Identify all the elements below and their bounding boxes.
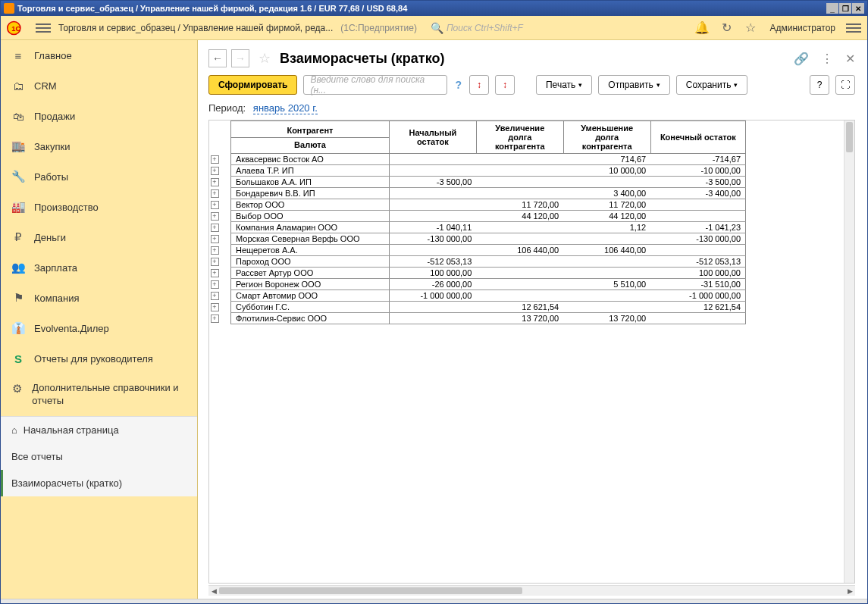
history-icon[interactable]: ↻ bbox=[718, 20, 735, 36]
sidebar-item-company[interactable]: ⚑Компания bbox=[1, 283, 197, 313]
sidebar-item-label: Деньги bbox=[34, 232, 66, 243]
table-row[interactable]: Бондаревич В.В. ИП 3 400,00 -3 400,00 bbox=[231, 188, 746, 199]
cell-inc bbox=[476, 165, 563, 177]
link-icon[interactable]: 🔗 bbox=[794, 52, 809, 66]
expand-row-button[interactable]: + bbox=[211, 269, 219, 277]
window-titlebar: Торговля и сервис_образец / Управление н… bbox=[1, 1, 867, 16]
save-button[interactable]: Сохранить bbox=[676, 75, 748, 95]
cell-end: -714,67 bbox=[650, 154, 745, 165]
sidebar-item-label: Evolventa.Дилер bbox=[34, 323, 109, 334]
horizontal-scrollbar[interactable]: ◀ ▶ bbox=[208, 585, 855, 596]
more-icon[interactable]: ⋮ bbox=[821, 52, 833, 66]
settings-menu-button[interactable] bbox=[846, 20, 861, 36]
forward-button[interactable]: → bbox=[231, 49, 249, 67]
col-increase: Увеличение долга контрагента bbox=[476, 121, 563, 154]
sidebar-item-salary[interactable]: 👥Зарплата bbox=[1, 252, 197, 283]
table-row[interactable]: Нещеретов А.А. 106 440,00 106 440,00 bbox=[231, 245, 746, 256]
expand-row-button[interactable]: + bbox=[211, 303, 219, 311]
bell-icon[interactable]: 🔔 bbox=[694, 20, 710, 36]
window-minimize-button[interactable]: _ bbox=[826, 3, 838, 14]
close-icon[interactable]: ✕ bbox=[845, 52, 855, 66]
sidebar-secondary-settlements[interactable]: Взаиморасчеты (кратко) bbox=[1, 470, 197, 496]
window-title: Торговля и сервис_образец / Управление н… bbox=[17, 4, 826, 13]
expand-row-button[interactable]: + bbox=[211, 178, 219, 186]
back-button[interactable]: ← bbox=[208, 49, 227, 67]
report-search-input[interactable]: Введите слово для поиска (н... bbox=[303, 75, 447, 95]
table-row[interactable]: Алаева Т.Р. ИП 10 000,00 -10 000,00 bbox=[231, 165, 746, 177]
expand-row-button[interactable]: + bbox=[211, 155, 219, 164]
cell-dec bbox=[563, 177, 650, 188]
table-row[interactable]: Рассвет Артур ООО 100 000,00 100 000,00 bbox=[231, 268, 746, 279]
expand-row-button[interactable]: + bbox=[211, 212, 219, 221]
platform-label: (1С:Предприятие) bbox=[340, 23, 417, 33]
table-row[interactable]: Пароход ООО -512 053,13 -512 053,13 bbox=[231, 256, 746, 268]
sidebar-item-main[interactable]: ≡Главное bbox=[1, 40, 197, 70]
favorite-star-icon[interactable]: ☆ bbox=[259, 50, 271, 67]
sidebar-secondary-home[interactable]: ⌂Начальная страница bbox=[1, 417, 197, 443]
cell-end: -10 000,00 bbox=[650, 165, 745, 177]
expand-row-button[interactable]: + bbox=[211, 201, 219, 209]
period-value[interactable]: январь 2020 г. bbox=[253, 102, 318, 114]
expand-row-button[interactable]: + bbox=[211, 167, 219, 175]
expand-row-button[interactable]: + bbox=[211, 235, 219, 243]
expand-row-button[interactable]: + bbox=[211, 246, 219, 255]
sidebar-item-crm[interactable]: 🗂CRM bbox=[1, 70, 197, 101]
cell-end: -3 400,00 bbox=[650, 188, 745, 199]
gear-icon: ⚙ bbox=[11, 382, 23, 396]
global-search[interactable]: 🔍 Поиск Ctrl+Shift+F bbox=[431, 22, 687, 34]
cell-inc bbox=[476, 256, 563, 268]
cell-name: Пароход ООО bbox=[231, 256, 390, 268]
table-row[interactable]: Смарт Автомир ООО -1 000 000,00 -1 000 0… bbox=[231, 290, 746, 302]
table-row[interactable]: Флотилия-Сервис ООО 13 720,00 13 720,00 bbox=[231, 313, 746, 324]
sidebar-item-works[interactable]: 🔧Работы bbox=[1, 161, 197, 192]
vertical-scrollbar[interactable] bbox=[844, 120, 854, 583]
cell-name: Субботин Г.С. bbox=[231, 302, 390, 313]
sidebar-item-money[interactable]: ₽Деньги bbox=[1, 222, 197, 252]
table-row[interactable]: Компания Аламарин ООО -1 040,11 1,12 -1 … bbox=[231, 222, 746, 233]
scroll-right-icon[interactable]: ▶ bbox=[844, 586, 855, 596]
expand-row-button[interactable]: + bbox=[211, 280, 219, 289]
collapse-groups-button[interactable]: ↕ bbox=[469, 75, 489, 95]
sidebar-item-label: CRM bbox=[34, 80, 57, 92]
expand-row-button[interactable]: + bbox=[211, 224, 219, 232]
sidebar-item-additional[interactable]: ⚙Дополнительные справочники и отчеты bbox=[1, 374, 197, 416]
sidebar: ≡Главное 🗂CRM 🛍Продажи 🏬Закупки 🔧Работы … bbox=[1, 40, 198, 599]
table-row[interactable]: Вектор ООО 11 720,00 11 720,00 bbox=[231, 199, 746, 211]
report-area: КонтрагентВалюта Начальный остаток Увели… bbox=[208, 120, 855, 584]
sidebar-item-dealer[interactable]: 👔Evolventa.Дилер bbox=[1, 313, 197, 343]
user-label[interactable]: Администратор bbox=[769, 23, 835, 33]
expand-groups-button[interactable]: ↕ bbox=[495, 75, 515, 95]
help-icon[interactable]: ? bbox=[453, 79, 463, 91]
fullscreen-button[interactable]: ⛶ bbox=[835, 75, 855, 95]
table-row[interactable]: Морская Северная Верфь ООО -130 000,00 -… bbox=[231, 233, 746, 245]
expand-row-button[interactable]: + bbox=[211, 258, 219, 266]
sidebar-item-reports[interactable]: SОтчеты для руководителя bbox=[1, 343, 197, 374]
cell-start bbox=[389, 245, 476, 256]
sidebar-secondary-all-reports[interactable]: Все отчеты bbox=[1, 443, 197, 470]
table-row[interactable]: Регион Воронеж ООО -26 000,00 5 510,00 -… bbox=[231, 279, 746, 290]
window-restore-button[interactable]: ❐ bbox=[839, 3, 851, 14]
window-close-button[interactable]: ✕ bbox=[852, 3, 864, 14]
help2-button[interactable]: ? bbox=[810, 75, 829, 95]
sales-icon: 🛍 bbox=[11, 109, 25, 123]
table-row[interactable]: Субботин Г.С. 12 621,54 12 621,54 bbox=[231, 302, 746, 313]
print-button[interactable]: Печать bbox=[536, 75, 592, 95]
cell-name: Рассвет Артур ООО bbox=[231, 268, 390, 279]
breadcrumb[interactable]: Торговля и сервис_образец / Управление н… bbox=[58, 23, 333, 33]
scroll-left-icon[interactable]: ◀ bbox=[208, 586, 219, 596]
app-icon bbox=[4, 3, 14, 14]
sidebar-item-purchases[interactable]: 🏬Закупки bbox=[1, 131, 197, 161]
expand-row-button[interactable]: + bbox=[211, 292, 219, 300]
sidebar-item-production[interactable]: 🏭Производство bbox=[1, 192, 197, 222]
sidebar-item-sales[interactable]: 🛍Продажи bbox=[1, 101, 197, 131]
send-button[interactable]: Отправить bbox=[598, 75, 670, 95]
expand-row-button[interactable]: + bbox=[211, 315, 219, 323]
expand-row-button[interactable]: + bbox=[211, 189, 219, 198]
table-row[interactable]: Выбор ООО 44 120,00 44 120,00 bbox=[231, 211, 746, 222]
cell-dec: 5 510,00 bbox=[563, 279, 650, 290]
star-icon[interactable]: ☆ bbox=[742, 20, 759, 36]
menu-button[interactable] bbox=[36, 20, 51, 36]
table-row[interactable]: Аквасервис Восток АО 714,67 -714,67 bbox=[231, 154, 746, 165]
table-row[interactable]: Большаков А.А. ИП -3 500,00 -3 500,00 bbox=[231, 177, 746, 188]
generate-button[interactable]: Сформировать bbox=[208, 75, 297, 95]
